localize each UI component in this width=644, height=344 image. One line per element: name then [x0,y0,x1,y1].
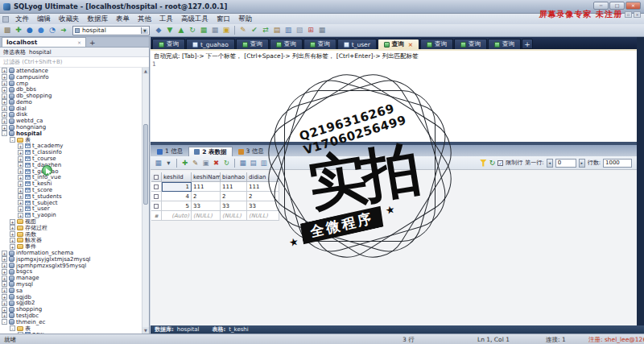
query-tab-6-active[interactable]: 查询× [378,39,419,49]
query-tab-7[interactable]: 查询 [420,39,453,49]
tree-item--[interactable]: +函数 [0,231,142,238]
sql-editor[interactable]: 自动完成: [Tab]-> 下一个标签， [Ctrl+Space]-> 列出所有… [151,51,637,142]
expand-icon[interactable]: + [2,256,7,262]
expand-icon[interactable]: + [2,294,7,300]
refresh-icon[interactable]: ↻ [489,159,496,167]
tree-item-jspmhpmzxsglxt95mysql[interactable]: +jspmhpmzxsglxt95mysql [0,263,142,269]
tree-item-hongniang[interactable]: +hongniang [0,124,142,131]
tree-item-attendance[interactable]: +attendance [0,68,142,74]
tree-item-t-course[interactable]: +t_course [0,155,142,162]
tree-item-sa[interactable]: +sa [0,288,142,294]
web-forum-icon[interactable]: ● [35,25,47,35]
query-tab-1[interactable]: t_guahao [186,39,235,49]
query-tab-0[interactable]: 查询 [152,39,185,49]
insert-row-icon[interactable]: ✚ [180,158,190,168]
row-checkbox[interactable] [151,201,162,211]
expand-icon[interactable]: + [2,112,7,118]
expand-icon[interactable]: + [18,188,23,193]
menu-item-5[interactable]: 其他 [134,14,155,25]
menu-item-3[interactable]: 数据库 [84,14,113,25]
tree-item-sgjdb[interactable]: +sgjdb [0,294,142,300]
snapshot-icon[interactable]: ▧ [294,25,305,35]
tree-item-t-user[interactable]: +t_user [0,206,142,213]
expand-icon[interactable]: + [10,219,15,225]
validate-icon[interactable]: ✔ [249,25,260,35]
cell-didian[interactable]: 111 [247,182,279,192]
column-header-keshiId[interactable]: keshiId [162,172,192,182]
column-header-didian[interactable]: didian [247,172,279,182]
tree-scrollbar[interactable]: ▲ ▼ [142,68,149,334]
scroll-up-icon[interactable]: ▲ [142,68,149,74]
tree-item-shopping[interactable]: +shopping [0,306,142,313]
expand-icon[interactable]: + [18,206,23,212]
tree-item-campusinfo[interactable]: +campusinfo [0,74,142,81]
menu-item-6[interactable]: 工具 [155,14,177,25]
expand-icon[interactable]: + [2,276,7,281]
expand-icon[interactable]: + [18,193,23,199]
expand-icon[interactable]: + [2,300,7,306]
query-tab-2[interactable]: 查询 [236,39,269,49]
view-grid-icon[interactable]: ▦ [237,158,248,168]
cell-keshiId[interactable]: 4 [162,192,192,201]
collapse-icon[interactable]: - [2,131,7,136]
tree-item-t-subject[interactable]: +t_subject [0,200,142,206]
spin-right-icon[interactable]: ▸ [579,159,585,168]
tree-item-information-schema[interactable]: +information_schema [0,250,142,256]
new-cell-keshiId[interactable]: (Auto) [162,211,192,221]
first-row-input[interactable] [555,159,576,168]
tree-item-t-guahao[interactable]: +t_guahao [0,168,142,175]
expand-icon[interactable]: + [2,313,7,318]
refresh-grid-icon[interactable]: ↻ [221,158,232,168]
expand-icon[interactable]: + [10,225,15,230]
query-tab-8[interactable]: 查询 [454,39,487,49]
expand-icon[interactable]: + [2,288,7,293]
table-maintenance-icon[interactable]: ▣ [221,25,232,35]
grid-options-icon[interactable]: ▾ [163,158,174,168]
tree-item-t-classinfo[interactable]: +t_classinfo [0,149,142,155]
cell-keshiName[interactable]: 111 [192,182,221,192]
backup-icon[interactable]: ▤ [271,25,283,35]
layout-icon[interactable]: ▦ [316,25,328,35]
cell-bianhao[interactable]: 33 [221,201,247,211]
tree-item-t-students[interactable]: +t_students [0,193,142,200]
cell-didian[interactable]: 33 [247,201,279,211]
tab-close-icon[interactable]: × [408,41,413,48]
limit-rows-checkbox[interactable]: ✓ [497,160,503,166]
tree-item-db-shopping[interactable]: +db_shopping [0,93,142,99]
tree-item-disk[interactable]: +disk [0,112,142,118]
refresh-database-icon[interactable]: ↻ [187,25,198,35]
expand-icon[interactable]: + [2,87,7,93]
refresh-connection-icon[interactable]: ➜ [58,25,69,35]
new-table-icon[interactable]: ▦ [198,25,209,35]
row-checkbox[interactable] [151,182,162,192]
tree-item-manage[interactable]: +manage [0,275,142,281]
copy-database-icon[interactable]: ▥ [283,25,294,35]
query-tab-3[interactable]: 查询 [270,39,303,49]
new-connection-tab-button[interactable]: + [89,39,96,47]
cell-bianhao[interactable]: 111 [221,182,247,192]
expand-icon[interactable]: + [10,238,15,243]
results-tab-2[interactable]: 3 信息 [233,147,269,156]
query-tab-4[interactable]: 查询 [303,39,336,49]
tree-item-thmein-ec[interactable]: -thmein_ec [0,319,142,325]
import-data-icon[interactable]: ▼ [164,25,175,35]
menu-item-1[interactable]: 编辑 [33,14,55,25]
expand-icon[interactable]: + [2,93,7,99]
expand-icon[interactable]: + [18,143,23,149]
expand-icon[interactable]: + [2,251,7,256]
filter-funnel-icon[interactable] [480,160,487,167]
tree-item--[interactable]: -表 [0,325,142,332]
expand-icon[interactable]: + [2,263,7,268]
tree-item-mysql[interactable]: +mysql [0,281,142,288]
web-update-icon[interactable]: ◔ [47,25,58,35]
format-sql-icon[interactable]: ✎ [237,25,249,35]
tree-item-t-daozhen[interactable]: +t_daozhen [0,162,142,168]
tree-item-t-info-vue[interactable]: +t_info_vue [0,175,142,181]
export-data-icon[interactable]: ▲ [175,25,187,35]
menu-item-8[interactable]: 窗口 [213,14,234,25]
connection-tab-localhost[interactable]: localhost × [2,37,86,47]
expand-icon[interactable]: + [2,125,7,131]
new-query-tab-button[interactable]: + [522,39,533,49]
new-cell-keshiName[interactable]: (NULL) [192,211,221,221]
tree-item--[interactable]: +触发器 [0,238,142,244]
